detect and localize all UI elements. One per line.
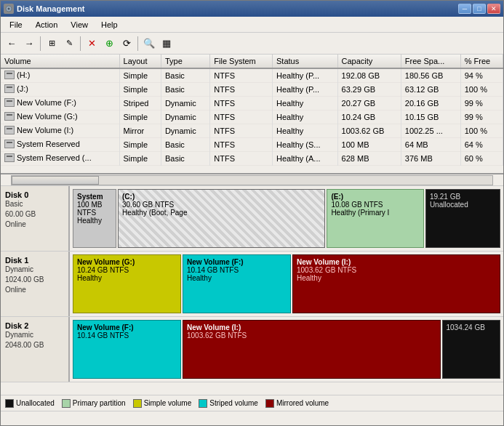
- table-row[interactable]: System Reserved Simple Basic NTFS Health…: [1, 138, 503, 152]
- segment-info: 30.60 GB NTFS: [122, 201, 321, 209]
- legend-box-unalloc: [5, 399, 14, 408]
- volume-icon: [4, 71, 15, 79]
- cell-pct: 64 %: [460, 138, 503, 152]
- status-bar: [1, 411, 503, 425]
- segment-info: Healthy: [77, 217, 112, 225]
- disk-panel-disk2: Disk 2 Dynamic 2048.00 GB New Volume (F:…: [1, 317, 503, 382]
- legend-item-striped: Striped volume: [199, 399, 258, 408]
- disk-label-disk1: Disk 1 Dynamic 1024.00 GB Online: [1, 252, 70, 316]
- col-status[interactable]: Status: [273, 55, 338, 68]
- col-volume[interactable]: Volume: [1, 55, 119, 68]
- cell-capacity: 1003.62 GB: [337, 124, 401, 138]
- segment-f-drive2[interactable]: New Volume (F:) 10.14 GB NTFS: [73, 320, 181, 379]
- cell-status: Healthy (A...: [273, 152, 338, 166]
- menu-view[interactable]: View: [65, 19, 94, 31]
- segment-title: (C:): [122, 193, 321, 201]
- menu-action[interactable]: Action: [30, 19, 64, 31]
- table-row[interactable]: (J:) Simple Basic NTFS Healthy (P... 63.…: [1, 83, 503, 97]
- volume-icon: [4, 126, 15, 134]
- cell-volume: System Reserved (...: [1, 152, 119, 166]
- legend-box-mirrored: [265, 399, 274, 408]
- forward-button[interactable]: →: [21, 36, 37, 52]
- disk-panels-scroll[interactable]: Disk 0 Basic 60.00 GB Online System 100 …: [1, 186, 503, 395]
- grid-button[interactable]: ▦: [159, 36, 175, 52]
- table-row[interactable]: (H:) Simple Basic NTFS Healthy (P... 192…: [1, 68, 503, 83]
- menu-help[interactable]: Help: [95, 19, 124, 31]
- svg-point-1: [8, 8, 10, 10]
- cell-capacity: 100 MB: [337, 138, 401, 152]
- cell-pct: 99 %: [460, 110, 503, 124]
- disk-label-disk2: Disk 2 Dynamic 2048.00 GB: [1, 317, 70, 382]
- disk-panel-disk0: Disk 0 Basic 60.00 GB Online System 100 …: [1, 186, 503, 252]
- table-row[interactable]: New Volume (F:) Striped Dynamic NTFS Hea…: [1, 97, 503, 110]
- segment-sys-res[interactable]: System 100 MBNTFSHealthy: [73, 189, 116, 248]
- segment-unalloc2[interactable]: 1034.24 GB: [442, 320, 501, 379]
- search-button[interactable]: 🔍: [141, 36, 157, 52]
- delete-button[interactable]: ✕: [84, 36, 100, 52]
- table-row[interactable]: New Volume (I:) Mirror Dynamic NTFS Heal…: [1, 124, 503, 138]
- table-row[interactable]: System Reserved (... Simple Basic NTFS H…: [1, 152, 503, 166]
- add-button[interactable]: ⊕: [101, 36, 117, 52]
- legend-label-mirrored: Mirrored volume: [276, 399, 329, 407]
- scrollbar-thumb[interactable]: [12, 176, 99, 185]
- segment-e-drive[interactable]: (E:) 10.08 GB NTFSHealthy (Primary I: [327, 189, 424, 248]
- minimize-button[interactable]: ─: [458, 4, 471, 14]
- segment-i-drive[interactable]: New Volume (I:) 1003.62 GB NTFSHealthy: [292, 254, 500, 313]
- disk-label-title: Disk 1: [5, 256, 64, 265]
- title-bar-left: Disk Management: [4, 4, 85, 14]
- cell-capacity: 192.08 GB: [337, 68, 401, 83]
- close-button[interactable]: ✕: [487, 4, 500, 14]
- legend-item-unalloc: Unallocated: [5, 399, 55, 408]
- table-row[interactable]: New Volume (G:) Simple Dynamic NTFS Heal…: [1, 110, 503, 124]
- segment-g-drive[interactable]: New Volume (G:) 10.24 GB NTFSHealthy: [73, 254, 181, 313]
- col-layout[interactable]: Layout: [119, 55, 161, 68]
- segment-f-drive[interactable]: New Volume (F:) 10.14 GB NTFSHealthy: [183, 254, 291, 313]
- cell-layout: Simple: [119, 68, 161, 83]
- cell-free: 64 MB: [401, 138, 460, 152]
- legend-label-primary: Primary partition: [73, 399, 126, 407]
- legend-box-primary: [62, 399, 71, 408]
- cell-volume: New Volume (F:): [1, 97, 119, 110]
- disk-label-title: Disk 0: [5, 190, 64, 199]
- col-type[interactable]: Type: [161, 55, 209, 68]
- segment-c-drive[interactable]: (C:) 30.60 GB NTFSHealthy (Boot, Page: [118, 189, 325, 248]
- volume-icon: [4, 112, 15, 121]
- cell-volume: System Reserved: [1, 138, 119, 152]
- disk-management-window: Disk Management ─ □ ✕ File Action View H…: [0, 0, 504, 426]
- segment-title: New Volume (I:): [297, 258, 496, 266]
- disk-panel-disk1: Disk 1 Dynamic 1024.00 GB Online New Vol…: [1, 252, 503, 317]
- legend: Unallocated Primary partition Simple vol…: [1, 395, 503, 411]
- properties-button[interactable]: ⊞: [44, 36, 60, 52]
- title-buttons: ─ □ ✕: [458, 4, 500, 14]
- menu-file[interactable]: File: [4, 19, 28, 31]
- cell-capacity: 63.29 GB: [337, 83, 401, 97]
- segment-info: Unallocated: [430, 201, 496, 209]
- cell-free: 63.12 GB: [401, 83, 460, 97]
- volume-icon: [4, 98, 15, 107]
- segment-info: Healthy: [297, 274, 496, 282]
- cell-volume: (H:): [1, 68, 119, 83]
- col-filesystem[interactable]: File System: [210, 55, 273, 68]
- maximize-button[interactable]: □: [473, 4, 486, 14]
- segment-unalloc0[interactable]: 19.21 GBUnallocated: [425, 189, 500, 248]
- col-pctfree[interactable]: % Free: [460, 55, 503, 68]
- segment-title: New Volume (F:): [187, 258, 287, 266]
- legend-item-mirrored: Mirrored volume: [265, 399, 329, 408]
- horizontal-scrollbar[interactable]: [1, 174, 503, 186]
- segment-title: New Volume (F:): [77, 323, 177, 331]
- back-button[interactable]: ←: [4, 36, 20, 52]
- cell-fs: NTFS: [210, 83, 273, 97]
- col-capacity[interactable]: Capacity: [337, 55, 401, 68]
- cell-free: 376 MB: [401, 152, 460, 166]
- cell-pct: 100 %: [460, 83, 503, 97]
- cell-status: Healthy (S...: [273, 138, 338, 152]
- col-freespace[interactable]: Free Spa...: [401, 55, 460, 68]
- segment-i-drive2[interactable]: New Volume (I:) 1003.62 GB NTFS: [183, 320, 441, 379]
- cell-volume: (J:): [1, 83, 119, 97]
- cell-layout: Simple: [119, 152, 161, 166]
- cell-type: Basic: [161, 83, 209, 97]
- edit-button[interactable]: ✎: [61, 36, 77, 52]
- cell-capacity: 10.24 GB: [337, 110, 401, 124]
- refresh-button[interactable]: ⟳: [119, 36, 135, 52]
- legend-item-simple: Simple volume: [133, 399, 192, 408]
